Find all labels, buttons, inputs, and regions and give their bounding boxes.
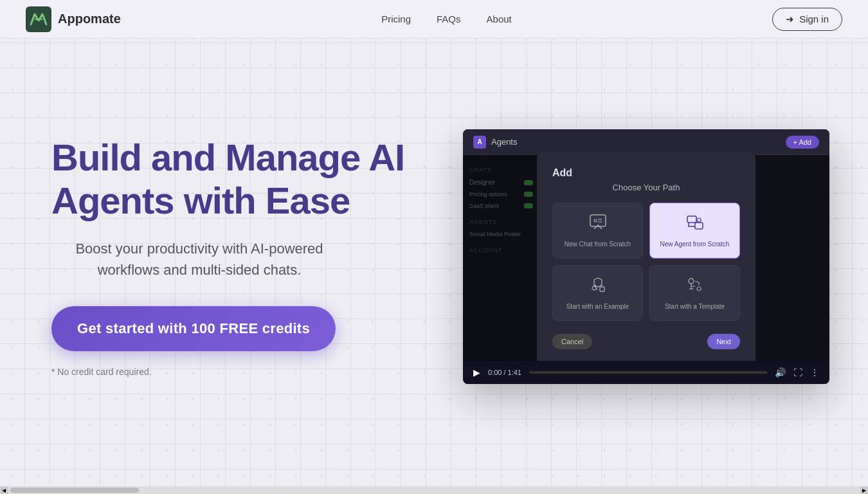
svg-point-16 xyxy=(697,287,701,291)
video-controls: ▶ 0:00 / 1:41 🔊 ⛶ ⋮ xyxy=(463,361,829,384)
nav-links: Pricing FAQs About xyxy=(381,14,512,24)
time-display: 0:00 / 1:41 xyxy=(488,369,521,376)
app-add-button[interactable]: + Add xyxy=(786,136,819,149)
brand-name: Appomate xyxy=(58,12,121,26)
nav-link-faqs[interactable]: FAQs xyxy=(437,14,461,24)
modal-subtitle: Choose Your Path xyxy=(552,183,740,192)
card-new-agent[interactable]: New Agent from Scratch xyxy=(649,203,740,259)
app-main-area: Add Choose Your Path xyxy=(540,155,829,361)
card-example-label: Start with an Example xyxy=(566,303,629,310)
video-screen: A Agents + Add CHATS Designer xyxy=(463,129,829,361)
card-new-chat-label: New Chat from Scratch xyxy=(565,241,631,248)
svg-point-2 xyxy=(594,219,597,222)
agent-icon xyxy=(686,214,704,235)
svg-rect-6 xyxy=(695,223,703,229)
sign-in-button[interactable]: ➜ Sign in xyxy=(772,8,842,31)
hero-subtitle: Boost your productivity with AI-powered … xyxy=(51,238,347,280)
settings-icon[interactable]: ⋮ xyxy=(810,367,819,378)
volume-icon[interactable]: 🔊 xyxy=(775,367,786,378)
sign-in-icon: ➜ xyxy=(786,14,794,25)
nav-brand: Appomate xyxy=(26,6,121,32)
no-cc-text: * No credit card required. xyxy=(51,367,152,377)
modal: Add Choose Your Path xyxy=(537,155,755,361)
hero-title: Build and Manage AI Agents with Ease xyxy=(51,136,424,222)
video-player: A Agents + Add CHATS Designer xyxy=(463,129,829,384)
card-example[interactable]: Start with an Example xyxy=(552,265,643,321)
scrollbar-right-arrow[interactable]: ▶ xyxy=(860,486,868,494)
svg-point-10 xyxy=(592,286,596,290)
modal-heading: Add xyxy=(552,167,740,179)
card-template-label: Start with a Template xyxy=(665,303,725,310)
modal-cards-grid: New Chat from Scratch xyxy=(552,203,740,321)
cta-button[interactable]: Get started with 100 FREE credits xyxy=(51,306,336,351)
svg-rect-11 xyxy=(600,287,604,291)
progress-bar[interactable] xyxy=(529,371,767,374)
card-template[interactable]: Start with a Template xyxy=(649,265,740,321)
app-logo-small: A xyxy=(473,136,486,149)
svg-rect-5 xyxy=(687,216,696,223)
scrollbar-left-arrow[interactable]: ◀ xyxy=(0,486,8,494)
scrollbar-thumb[interactable] xyxy=(10,488,139,493)
app-ui: A Agents + Add CHATS Designer xyxy=(463,129,829,361)
nav-link-about[interactable]: About xyxy=(487,14,512,24)
play-button[interactable]: ▶ xyxy=(473,367,480,378)
main-content: Build and Manage AI Agents with Ease Boo… xyxy=(0,39,868,475)
hero-section: Build and Manage AI Agents with Ease Boo… xyxy=(51,136,424,376)
modal-footer: Cancel Next xyxy=(552,334,740,349)
sign-in-label: Sign in xyxy=(799,14,829,24)
card-new-agent-label: New Agent from Scratch xyxy=(660,241,730,248)
svg-point-12 xyxy=(689,279,694,284)
card-new-chat[interactable]: New Chat from Scratch xyxy=(552,203,643,259)
app-body: CHATS Designer Pricing options SaaS plan… xyxy=(463,155,829,361)
nav-link-pricing[interactable]: Pricing xyxy=(381,14,411,24)
app-topbar-left: A Agents xyxy=(473,136,517,149)
logo-icon xyxy=(26,6,51,32)
fullscreen-icon[interactable]: ⛶ xyxy=(793,367,802,378)
app-title: Agents xyxy=(491,137,517,147)
svg-point-7 xyxy=(697,218,701,222)
modal-next-button[interactable]: Next xyxy=(707,334,740,349)
example-icon xyxy=(589,276,607,298)
template-icon xyxy=(686,276,704,298)
navbar: Appomate Pricing FAQs About ➜ Sign in xyxy=(0,0,868,39)
modal-cancel-button[interactable]: Cancel xyxy=(552,334,592,349)
modal-overlay: Add Choose Your Path xyxy=(463,155,829,361)
chat-icon xyxy=(589,214,607,235)
page-scrollbar[interactable]: ◀ ▶ xyxy=(0,486,868,494)
